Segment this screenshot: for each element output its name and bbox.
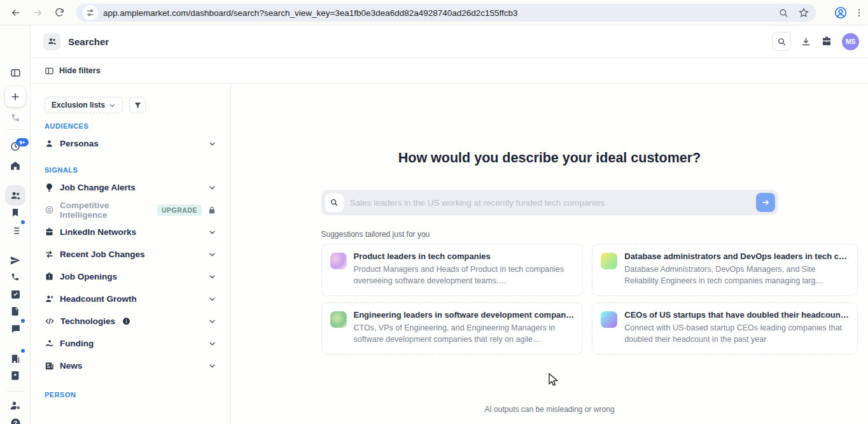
ai-search-bar[interactable] — [321, 190, 778, 215]
contacts-book-icon[interactable] — [9, 369, 22, 382]
filter-item-job-change-alerts[interactable]: Job Change Alerts — [45, 176, 216, 199]
page-title: Searcher — [68, 36, 109, 47]
suggestion-card-engineering-leaders[interactable]: Engineering leaders in software developm… — [321, 302, 584, 355]
browser-reload-button[interactable] — [48, 2, 70, 24]
tasks-list-icon[interactable] — [9, 224, 22, 237]
saved-lists-icon[interactable] — [9, 206, 22, 219]
swap-arrows-icon — [45, 250, 54, 259]
card-thumbnail — [330, 253, 347, 269]
submit-search-button[interactable] — [756, 193, 775, 212]
suggestion-card-ceos-startups[interactable]: CEOs of US startups that have doubled th… — [592, 302, 858, 355]
lock-icon — [207, 206, 216, 215]
filter-item-headcount-growth[interactable]: Headcount Growth — [45, 288, 216, 310]
browser-toolbar: app.amplemarket.com/dashboard/search?sea… — [0, 0, 868, 25]
code-icon — [45, 316, 55, 326]
people-search-icon[interactable] — [9, 189, 22, 202]
dialer-icon[interactable] — [9, 111, 22, 124]
chevron-down-icon — [109, 102, 116, 109]
suggestion-cards: Product leaders in tech companies Produc… — [321, 244, 778, 355]
hide-filters-label: Hide filters — [59, 66, 101, 75]
header-search-button[interactable] — [772, 32, 791, 51]
suggestions-label: Suggestions tailored just for you — [321, 230, 778, 239]
ideal-customer-heading: How would you describe your ideal custom… — [321, 150, 778, 166]
rail-divider — [7, 391, 24, 392]
upgrade-badge: UPGRADE — [157, 204, 202, 216]
filter-item-competitive-intelligence[interactable]: Competitive Intelligence UPGRADE — [45, 199, 216, 221]
chevron-down-icon[interactable] — [208, 317, 216, 325]
chevron-down-icon[interactable] — [208, 272, 216, 281]
briefcase-icon — [45, 227, 54, 237]
chevron-down-icon[interactable] — [208, 362, 216, 370]
filter-item-job-openings[interactable]: Job Openings — [45, 265, 216, 288]
companies-notification-dot — [21, 349, 25, 353]
url-text[interactable]: app.amplemarket.com/dashboard/search?sea… — [103, 8, 773, 18]
filter-panel: Exclusion lists AUDIENCES Personas SIGNA… — [31, 84, 231, 424]
panel-icon — [45, 66, 54, 76]
exclusion-lists-label: Exclusion lists — [52, 101, 105, 110]
left-icon-rail: 9+ — [0, 25, 31, 424]
chevron-down-icon[interactable] — [208, 339, 216, 348]
lightbulb-icon — [45, 183, 54, 192]
bullseye-icon — [45, 205, 54, 215]
browser-forward-button[interactable] — [27, 2, 48, 24]
filter-item-news[interactable]: News — [45, 355, 216, 377]
calls-icon[interactable] — [9, 271, 22, 283]
inbox-chat-icon[interactable] — [9, 322, 22, 335]
workspace-briefcase-icon[interactable] — [821, 36, 832, 47]
person-plus-icon — [45, 294, 54, 304]
filter-item-linkedin-networks[interactable]: LinkedIn Networks — [45, 221, 216, 243]
help-icon[interactable] — [9, 416, 22, 424]
card-thumbnail — [601, 253, 617, 269]
address-bar[interactable]: app.amplemarket.com/dashboard/search?sea… — [76, 4, 816, 22]
tasks-notification-dot — [21, 220, 25, 224]
inbox-notification-dot — [21, 319, 25, 323]
chevron-down-icon[interactable] — [208, 250, 216, 258]
news-icon — [45, 361, 54, 371]
section-header-signals: SIGNALS — [45, 166, 216, 174]
suggestion-card-database-devops[interactable]: Database administrators and DevOps leade… — [592, 244, 858, 296]
filter-item-recent-job-changes[interactable]: Recent Job Changes — [45, 243, 216, 265]
suggestion-card-product-leaders[interactable]: Product leaders in tech companies Produc… — [321, 244, 584, 296]
app-header: Searcher MS — [31, 25, 868, 58]
chevron-down-icon[interactable] — [208, 228, 216, 236]
browser-back-button[interactable] — [5, 2, 27, 24]
exclusions-person-icon[interactable] — [9, 399, 22, 412]
history-badge: 9+ — [16, 138, 29, 146]
section-header-person: PERSON — [45, 391, 216, 399]
briefcase-alert-icon — [45, 272, 54, 281]
card-thumbnail — [330, 311, 347, 328]
hide-filters-button[interactable]: Hide filters — [45, 66, 101, 76]
browser-menu-icon[interactable] — [854, 8, 864, 18]
zoom-icon[interactable] — [778, 8, 789, 18]
export-download-icon[interactable] — [801, 36, 811, 47]
funding-icon — [45, 339, 54, 348]
search-icon — [325, 194, 344, 212]
user-avatar[interactable]: MS — [842, 33, 859, 50]
ai-search-input[interactable] — [344, 198, 756, 208]
add-new-button[interactable] — [5, 87, 25, 107]
filters-toolbar: Hide filters — [31, 58, 868, 84]
companies-icon[interactable] — [9, 352, 22, 365]
bookmark-star-icon[interactable] — [798, 7, 809, 18]
filter-item-funding[interactable]: Funding — [45, 332, 216, 355]
chevron-down-icon[interactable] — [208, 183, 216, 192]
templates-icon[interactable] — [9, 305, 22, 318]
searcher-people-icon — [43, 33, 60, 50]
sequences-icon[interactable] — [9, 254, 22, 267]
home-icon[interactable] — [9, 159, 22, 172]
tasks-check-icon[interactable] — [9, 288, 22, 300]
info-icon — [122, 317, 130, 325]
chevron-down-icon[interactable] — [208, 139, 216, 148]
exclusion-lists-dropdown[interactable]: Exclusion lists — [45, 97, 123, 113]
chevron-down-icon[interactable] — [208, 295, 216, 303]
filter-item-technologies[interactable]: Technologies — [45, 310, 216, 332]
collapse-sidebar-icon[interactable] — [9, 66, 22, 79]
browser-profile-icon[interactable] — [834, 6, 848, 20]
site-settings-icon[interactable] — [83, 5, 98, 20]
section-header-audiences: AUDIENCES — [45, 122, 216, 130]
rail-divider — [7, 129, 24, 130]
main-content: How would you describe your ideal custom… — [231, 84, 868, 424]
filter-funnel-button[interactable] — [129, 97, 146, 113]
filter-item-personas[interactable]: Personas — [45, 132, 216, 155]
person-icon — [45, 139, 54, 148]
